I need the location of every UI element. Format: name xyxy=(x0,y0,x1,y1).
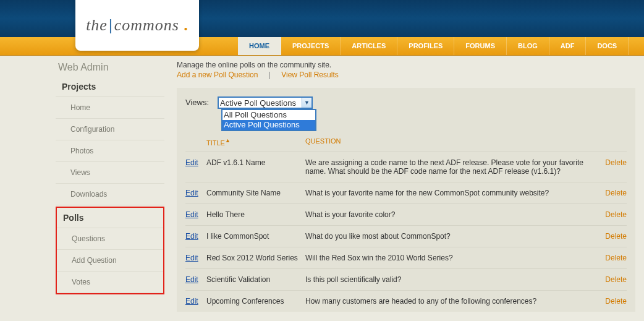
sidebar-item-questions[interactable]: Questions xyxy=(57,228,163,250)
sidebar-item-photos[interactable]: Photos xyxy=(56,140,164,162)
sidebar-item-configuration[interactable]: Configuration xyxy=(56,119,164,140)
grid-header: TITLE▲ QUESTION xyxy=(185,135,627,152)
table-row: EditUpcoming ConferencesHow many custome… xyxy=(185,290,627,312)
row-title: Red Sox 2012 World Series xyxy=(206,254,305,262)
row-question: What do you like most about CommonSpot? xyxy=(305,232,590,241)
views-option[interactable]: Active Poll Questions xyxy=(222,120,315,130)
row-title: Scientific Validation xyxy=(206,275,305,284)
link-separator: | xyxy=(260,71,279,79)
top-banner: the|commons . xyxy=(0,0,644,37)
delete-link[interactable]: Delete xyxy=(605,254,627,262)
nav-item-docs[interactable]: DOCS xyxy=(586,37,629,55)
row-title: ADF v1.6.1 Name xyxy=(206,158,305,167)
nav-item-home[interactable]: HOME xyxy=(238,37,281,55)
sidebar-item-home[interactable]: Home xyxy=(56,97,164,119)
edit-link[interactable]: Edit xyxy=(185,158,198,167)
row-question: Will the Red Sox win the 2010 World Seri… xyxy=(305,254,590,262)
delete-link[interactable]: Delete xyxy=(605,189,627,197)
add-poll-link[interactable]: Add a new Poll Question xyxy=(177,71,258,79)
site-logo[interactable]: the|commons . xyxy=(75,0,199,51)
views-select[interactable]: Active Poll Questions ▼ xyxy=(218,96,313,109)
views-label: Views: xyxy=(185,96,218,107)
nav-item-adf[interactable]: ADF xyxy=(549,37,587,55)
delete-link[interactable]: Delete xyxy=(605,232,627,241)
delete-link[interactable]: Delete xyxy=(605,275,627,284)
main-content: Manage the online polls on the community… xyxy=(164,56,644,317)
chevron-down-icon[interactable]: ▼ xyxy=(302,98,311,108)
polls-panel: Views: Active Poll Questions ▼ All Poll … xyxy=(177,88,635,312)
logo-text: the|commons . xyxy=(86,16,189,35)
nav-item-articles[interactable]: ARTICLES xyxy=(341,37,397,55)
nav-item-projects[interactable]: PROJECTS xyxy=(281,37,341,55)
top-links: Add a new Poll Question | View Poll Resu… xyxy=(177,71,635,79)
delete-link[interactable]: Delete xyxy=(605,210,627,219)
sidebar-group: ProjectsHomeConfigurationPhotosViewsDown… xyxy=(56,77,164,205)
sort-asc-icon: ▲ xyxy=(225,137,231,143)
row-title: I like CommonSpot xyxy=(206,232,305,241)
table-row: EditCommunity Site NameWhat is your favo… xyxy=(185,182,627,203)
views-dropdown: All Poll QuestionsActive Poll Questions xyxy=(221,109,316,131)
header-question[interactable]: QUESTION xyxy=(305,137,590,147)
row-question: We are assigning a code name to the next… xyxy=(305,158,590,176)
sidebar-group-heading[interactable]: Polls xyxy=(57,208,163,228)
table-row: EditHello ThereWhat is your favorite col… xyxy=(185,203,627,225)
row-title: Hello There xyxy=(206,210,305,219)
sidebar: Web Admin ProjectsHomeConfigurationPhoto… xyxy=(56,56,164,317)
table-row: EditADF v1.6.1 NameWe are assigning a co… xyxy=(185,152,627,182)
header-title[interactable]: TITLE▲ xyxy=(206,137,305,147)
edit-link[interactable]: Edit xyxy=(185,189,198,197)
row-question: How many customers are headed to any of … xyxy=(305,297,590,306)
views-option[interactable]: All Poll Questions xyxy=(222,110,315,120)
views-filter-row: Views: Active Poll Questions ▼ All Poll … xyxy=(185,96,627,109)
edit-link[interactable]: Edit xyxy=(185,210,198,219)
edit-link[interactable]: Edit xyxy=(185,254,198,262)
row-question: What is your favorite name for the new C… xyxy=(305,189,590,197)
edit-link[interactable]: Edit xyxy=(185,275,198,284)
sidebar-group-heading[interactable]: Projects xyxy=(56,77,164,97)
sidebar-item-add-question[interactable]: Add Question xyxy=(57,250,163,272)
edit-link[interactable]: Edit xyxy=(185,297,198,306)
edit-link[interactable]: Edit xyxy=(185,232,198,241)
delete-link[interactable]: Delete xyxy=(605,158,627,167)
row-title: Community Site Name xyxy=(206,189,305,197)
view-results-link[interactable]: View Poll Results xyxy=(281,71,338,79)
nav-item-blog[interactable]: BLOG xyxy=(507,37,549,55)
sidebar-group: PollsQuestionsAdd QuestionVotes xyxy=(56,207,164,294)
table-row: EditI like CommonSpotWhat do you like mo… xyxy=(185,225,627,247)
row-question: What is your favorite color? xyxy=(305,210,590,219)
row-question: Is this poll scientifically valid? xyxy=(305,275,590,284)
sidebar-item-downloads[interactable]: Downloads xyxy=(56,184,164,205)
nav-item-profiles[interactable]: PROFILES xyxy=(397,37,454,55)
views-selected-value: Active Poll Questions xyxy=(220,98,296,108)
row-title: Upcoming Conferences xyxy=(206,297,305,306)
sidebar-title: Web Admin xyxy=(56,59,164,77)
polls-grid: TITLE▲ QUESTION EditADF v1.6.1 NameWe ar… xyxy=(185,135,627,312)
nav-item-forums[interactable]: FORUMS xyxy=(454,37,507,55)
table-row: EditScientific ValidationIs this poll sc… xyxy=(185,268,627,290)
table-row: EditRed Sox 2012 World SeriesWill the Re… xyxy=(185,247,627,268)
delete-link[interactable]: Delete xyxy=(605,297,627,306)
intro-text: Manage the online polls on the community… xyxy=(177,61,635,69)
sidebar-item-views[interactable]: Views xyxy=(56,162,164,184)
sidebar-item-votes[interactable]: Votes xyxy=(57,272,163,293)
